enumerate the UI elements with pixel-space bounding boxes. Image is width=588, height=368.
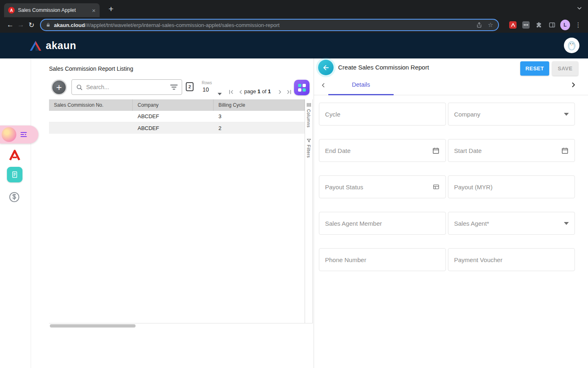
- cell-company: ABCDEF: [133, 113, 214, 119]
- drawer-tabs: Details: [314, 77, 588, 95]
- cell-billing-cycle: 3: [214, 113, 305, 119]
- table-header-row: Sales Commission No. Company Billing Cyc…: [49, 99, 305, 111]
- tab-favicon-icon: A: [8, 7, 15, 13]
- filter-list-icon[interactable]: [170, 84, 178, 90]
- table-row[interactable]: ABCDEF 2: [49, 122, 305, 134]
- sidebar-item-payments[interactable]: [8, 191, 20, 203]
- calendar-icon[interactable]: [432, 147, 440, 155]
- first-page-icon[interactable]: [227, 88, 235, 96]
- app-sidebar: [0, 58, 31, 368]
- more-tools-extension-icon[interactable]: [521, 20, 531, 30]
- columns-rail-button[interactable]: Columns: [306, 109, 311, 128]
- dropdown-caret-icon[interactable]: [564, 222, 569, 225]
- screen: A Sales Commission Applet × + ← → ↻ akau…: [0, 0, 588, 368]
- table-side-rail: Columns Filters: [305, 99, 313, 323]
- dollar-icon: [8, 191, 20, 203]
- grid-icon: [298, 84, 306, 92]
- url-text: akaun.cloud/#/applet/tnt/wavelet/erp/int…: [54, 22, 280, 28]
- rows-caret-icon[interactable]: [218, 90, 222, 97]
- company-field[interactable]: Company: [448, 103, 575, 126]
- adobe-extension-icon[interactable]: [508, 20, 518, 30]
- sales-agent-field[interactable]: Sales Agent*: [448, 212, 575, 235]
- search-input[interactable]: [86, 84, 167, 90]
- drag-handle-icon[interactable]: [307, 103, 311, 107]
- search-icon: [76, 84, 83, 91]
- browser-tab[interactable]: A Sales Commission Applet ×: [4, 3, 100, 17]
- browser-toolbar: ← → ↻ akaun.cloud/#/applet/tnt/wavelet/e…: [0, 17, 588, 33]
- grid-view-button[interactable]: [294, 80, 310, 95]
- side-panel-icon[interactable]: [547, 20, 557, 30]
- tab-details[interactable]: Details: [328, 81, 394, 88]
- pages-icon[interactable]: 2: [186, 82, 194, 91]
- menu-open-icon[interactable]: [20, 130, 28, 139]
- pagination-status: page 1 of 1: [244, 88, 271, 94]
- page-title: Sales Commission Report Listing: [49, 65, 133, 72]
- drawer-title: Create Sales Commission Report: [338, 64, 429, 71]
- tabs-scroll-right-icon[interactable]: [570, 81, 577, 89]
- start-date-field[interactable]: Start Date: [448, 139, 575, 162]
- payout-status-field[interactable]: Payout Status: [319, 175, 446, 198]
- bookmark-star-icon[interactable]: ☆: [488, 21, 493, 29]
- back-icon[interactable]: ←: [5, 20, 16, 30]
- tab-close-icon[interactable]: ×: [92, 7, 96, 13]
- phone-number-field[interactable]: Phone Number: [319, 248, 446, 271]
- reload-icon[interactable]: ↻: [26, 20, 37, 30]
- share-icon[interactable]: [476, 22, 482, 28]
- status-picker-icon[interactable]: [432, 183, 440, 191]
- cell-billing-cycle: 2: [214, 125, 305, 131]
- previous-page-icon[interactable]: [236, 88, 245, 96]
- payout-myr-field[interactable]: Payout (MYR): [448, 175, 575, 198]
- cell-company: ABCDEF: [133, 125, 214, 131]
- report-table: Sales Commission No. Company Billing Cyc…: [49, 99, 305, 134]
- extensions-puzzle-icon[interactable]: [534, 20, 544, 30]
- penguin-icon: [567, 40, 577, 51]
- reset-button[interactable]: RESET: [520, 61, 549, 76]
- filters-rail-icon[interactable]: [307, 138, 311, 143]
- applet-icon: [2, 127, 16, 142]
- new-tab-button[interactable]: +: [105, 3, 117, 15]
- last-page-icon[interactable]: [285, 88, 293, 96]
- akaun-logo-icon: [29, 40, 42, 51]
- end-date-field[interactable]: End Date: [319, 139, 446, 162]
- sidebar-item-report-applet[interactable]: [7, 167, 22, 182]
- address-bar[interactable]: akaun.cloud/#/applet/tnt/wavelet/erp/int…: [40, 19, 499, 31]
- active-applet-pill[interactable]: [0, 126, 38, 144]
- horizontal-scrollbar-thumb[interactable]: [50, 324, 136, 328]
- back-arrow-icon: [322, 64, 330, 72]
- drawer-back-button[interactable]: [318, 60, 334, 75]
- search-box: [71, 79, 182, 95]
- forward-icon[interactable]: →: [16, 20, 26, 30]
- rows-per-page-select[interactable]: 10: [203, 86, 209, 93]
- active-tab-underline: [328, 94, 394, 95]
- lock-icon: [46, 22, 51, 28]
- rows-per-page-label: Rows: [202, 81, 212, 85]
- column-header-company[interactable]: Company: [133, 99, 214, 111]
- acrobat-icon: [8, 149, 21, 162]
- receipt-icon: [11, 170, 19, 179]
- sidebar-item-acrobat[interactable]: [8, 149, 21, 162]
- browser-tabstrip: A Sales Commission Applet × +: [0, 0, 588, 17]
- add-record-button[interactable]: +: [51, 79, 67, 95]
- calendar-icon[interactable]: [561, 147, 569, 155]
- tab-title: Sales Commission Applet: [18, 7, 89, 13]
- create-report-drawer: Create Sales Commission Report RESET SAV…: [314, 58, 588, 368]
- payment-voucher-field[interactable]: Payment Voucher: [448, 248, 575, 271]
- table-bottom-divider: [49, 323, 313, 323]
- akaun-logo[interactable]: akaun: [29, 40, 76, 52]
- column-header-billing-cycle[interactable]: Billing Cycle: [214, 99, 305, 111]
- table-row[interactable]: ABCDEF 3: [49, 111, 305, 122]
- app-header: akaun: [0, 33, 588, 58]
- column-header-sales-commission-no[interactable]: Sales Commission No.: [49, 99, 133, 111]
- cycle-field[interactable]: Cycle: [319, 103, 446, 126]
- user-avatar[interactable]: [564, 38, 579, 53]
- browser-profile-avatar[interactable]: L: [560, 20, 570, 30]
- filters-rail-button[interactable]: Filters: [306, 145, 311, 158]
- tab-search-chevron-icon[interactable]: [577, 5, 582, 13]
- tabs-scroll-left-icon[interactable]: [320, 82, 327, 89]
- dropdown-caret-icon[interactable]: [564, 113, 569, 116]
- next-page-icon[interactable]: [276, 88, 284, 96]
- logo-text: akaun: [46, 40, 76, 52]
- save-button[interactable]: SAVE: [552, 61, 578, 76]
- sales-agent-member-field[interactable]: Sales Agent Member: [319, 212, 446, 235]
- browser-menu-icon[interactable]: ⋮: [573, 20, 583, 30]
